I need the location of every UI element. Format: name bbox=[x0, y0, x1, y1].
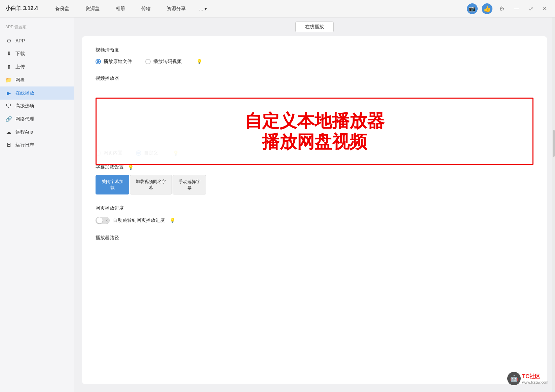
cloud-icon: ☁ bbox=[5, 129, 12, 135]
subtitle-btn-off[interactable]: 关闭字幕加载 bbox=[96, 175, 129, 194]
proxy-icon: 🔗 bbox=[5, 116, 12, 122]
radio-transcode[interactable]: 播放转码视频 bbox=[145, 59, 182, 65]
radio-original-label: 播放原始文件 bbox=[104, 59, 132, 65]
player-section-inner: 自定义本地播放器 播放网盘视频 网页内置 自定义 💡 bbox=[96, 87, 533, 106]
nav-share[interactable]: 资源分享 bbox=[164, 4, 188, 13]
toggle-x-icon: ✕ bbox=[105, 219, 108, 222]
tab-bar: 在线播放 bbox=[74, 17, 555, 36]
watermark-brand: TC社区 www.tcsqw.com bbox=[522, 373, 548, 384]
download-icon: ⬇ bbox=[5, 50, 12, 57]
nav-transfer[interactable]: 传输 bbox=[139, 4, 153, 13]
web-progress-title: 网页播放进度 bbox=[96, 205, 533, 211]
sidebar-item-netdisk[interactable]: 📁 网盘 bbox=[0, 73, 74, 86]
video-quality-title: 视频清晰度 bbox=[96, 47, 533, 53]
radio-transcode-label: 播放转码视频 bbox=[153, 59, 182, 65]
thumb-icon[interactable]: 👍 bbox=[482, 3, 492, 14]
video-player-title: 视频播放器 bbox=[96, 75, 533, 81]
annotation-overlay: 自定义本地播放器 播放网盘视频 bbox=[96, 98, 533, 165]
folder-icon: 📁 bbox=[5, 77, 12, 83]
annotation-line1: 自定义本地播放器 bbox=[245, 110, 384, 131]
sidebar-label-online: 在线播放 bbox=[15, 90, 34, 96]
sidebar-label-aria: 远程Aria bbox=[15, 129, 33, 135]
subtitle-btn-manual-label: 手动选择字幕 bbox=[179, 179, 200, 190]
sidebar-label-netdisk: 网盘 bbox=[15, 77, 25, 83]
watermark: 🤖 TC社区 www.tcsqw.com bbox=[507, 372, 548, 385]
watermark-site: www.tcsqw.com bbox=[522, 380, 548, 384]
main-layout: APP 设置项 ⊙ APP ⬇ 下载 ⬆ 上传 📁 网盘 ▶ 在线播放 🛡 高级… bbox=[0, 17, 555, 392]
sidebar: APP 设置项 ⊙ APP ⬇ 下载 ⬆ 上传 📁 网盘 ▶ 在线播放 🛡 高级… bbox=[0, 17, 74, 392]
sidebar-item-log[interactable]: 🖥 运行日志 bbox=[0, 139, 74, 151]
chevron-down-icon: ▾ bbox=[205, 6, 207, 11]
quality-hint-icon: 💡 bbox=[196, 59, 202, 64]
app-icon: ⊙ bbox=[5, 37, 12, 44]
player-path-title: 播放器路径 bbox=[96, 235, 533, 241]
web-progress-section: 网页播放进度 ✕ 自动跳转到网页播放进度 💡 bbox=[96, 205, 533, 224]
sidebar-item-upload[interactable]: ⬆ 上传 bbox=[0, 60, 74, 73]
log-icon: 🖥 bbox=[5, 142, 12, 148]
tc-label: TC bbox=[522, 373, 529, 379]
nav-backup[interactable]: 备份盘 bbox=[52, 4, 72, 13]
sidebar-label-advanced: 高级选项 bbox=[15, 103, 34, 109]
video-player-section: 视频播放器 自定义本地播放器 播放网盘视频 网页内置 自定义 bbox=[96, 75, 533, 156]
progress-hint-icon: 💡 bbox=[170, 218, 175, 223]
video-quality-radio-group: 播放原始文件 播放转码视频 💡 bbox=[96, 59, 533, 65]
sidebar-label-download: 下载 bbox=[15, 51, 25, 57]
scrollbar-thumb[interactable] bbox=[553, 130, 555, 157]
sidebar-item-advanced[interactable]: 🛡 高级选项 bbox=[0, 100, 74, 112]
annotation-line2: 播放网盘视频 bbox=[262, 131, 367, 152]
subtitle-hint-icon: 💡 bbox=[128, 165, 134, 170]
subtitle-btn-same-label: 加载视频同名字幕 bbox=[136, 179, 166, 190]
content-area: 在线播放 视频清晰度 播放原始文件 播放转码视频 💡 bbox=[74, 17, 555, 392]
sidebar-item-aria[interactable]: ☁ 远程Aria bbox=[0, 126, 74, 139]
video-quality-section: 视频清晰度 播放原始文件 播放转码视频 💡 bbox=[96, 47, 533, 65]
settings-panel: 视频清晰度 播放原始文件 播放转码视频 💡 视频播放器 bbox=[82, 36, 547, 384]
nav-resource[interactable]: 资源盘 bbox=[83, 4, 102, 13]
nav-album[interactable]: 相册 bbox=[113, 4, 128, 13]
sidebar-item-download[interactable]: ⬇ 下载 bbox=[0, 47, 74, 60]
toggle-label: 自动跳转到网页播放进度 bbox=[113, 217, 165, 223]
nav-more-label: ... bbox=[199, 6, 203, 11]
radio-original[interactable]: 播放原始文件 bbox=[96, 59, 132, 65]
titlebar-nav: 备份盘 资源盘 相册 传输 资源分享 ... ▾ bbox=[52, 4, 467, 13]
watermark-icon: 🤖 bbox=[507, 372, 521, 385]
gear-icon[interactable]: ⚙ bbox=[496, 3, 507, 14]
player-path-section: 播放器路径 bbox=[96, 235, 533, 241]
sidebar-item-proxy[interactable]: 🔗 网络代理 bbox=[0, 112, 74, 126]
app-logo: 小白羊 3.12.4 bbox=[5, 5, 39, 12]
toggle-knob bbox=[97, 217, 103, 223]
sidebar-label-app: APP bbox=[15, 38, 25, 43]
toggle-row: ✕ 自动跳转到网页播放进度 💡 bbox=[96, 217, 533, 224]
minimize-button[interactable]: — bbox=[511, 4, 522, 13]
auto-jump-toggle[interactable]: ✕ bbox=[96, 217, 110, 224]
titlebar: 小白羊 3.12.4 备份盘 资源盘 相册 传输 资源分享 ... ▾ 📷 👍 … bbox=[0, 0, 555, 17]
sidebar-label-proxy: 网络代理 bbox=[15, 116, 34, 122]
camera-icon[interactable]: 📷 bbox=[467, 3, 478, 14]
subtitle-title: 字幕加载设置 bbox=[96, 164, 124, 170]
subtitle-buttons: 关闭字幕加载 加载视频同名字幕 手动选择字幕 bbox=[96, 175, 533, 194]
sidebar-item-online[interactable]: ▶ 在线播放 bbox=[0, 86, 74, 100]
subtitle-btn-same[interactable]: 加载视频同名字幕 bbox=[130, 175, 172, 194]
play-icon: ▶ bbox=[5, 90, 12, 96]
sidebar-label-upload: 上传 bbox=[15, 64, 25, 70]
scrollbar-track[interactable] bbox=[552, 17, 555, 392]
sidebar-item-app[interactable]: ⊙ APP bbox=[0, 34, 74, 47]
watermark-brand-text: TC社区 bbox=[522, 373, 548, 380]
close-button[interactable]: ✕ bbox=[540, 4, 550, 13]
maximize-button[interactable]: ⤢ bbox=[526, 4, 536, 13]
subtitle-btn-manual[interactable]: 手动选择字幕 bbox=[173, 175, 206, 194]
radio-transcode-circle bbox=[145, 59, 151, 64]
upload-icon: ⬆ bbox=[5, 64, 12, 70]
titlebar-controls: 📷 👍 ⚙ — ⤢ ✕ bbox=[467, 3, 550, 14]
subtitle-btn-off-label: 关闭字幕加载 bbox=[102, 179, 123, 190]
subtitle-section: 字幕加载设置 💡 关闭字幕加载 加载视频同名字幕 手动选择字幕 bbox=[96, 164, 533, 194]
radio-original-circle bbox=[96, 59, 101, 64]
nav-more[interactable]: ... ▾ bbox=[199, 6, 207, 11]
sidebar-section-title: APP 设置项 bbox=[0, 23, 74, 34]
sidebar-label-log: 运行日志 bbox=[15, 142, 34, 148]
shield-icon: 🛡 bbox=[5, 103, 12, 109]
tab-online-play[interactable]: 在线播放 bbox=[295, 22, 334, 32]
